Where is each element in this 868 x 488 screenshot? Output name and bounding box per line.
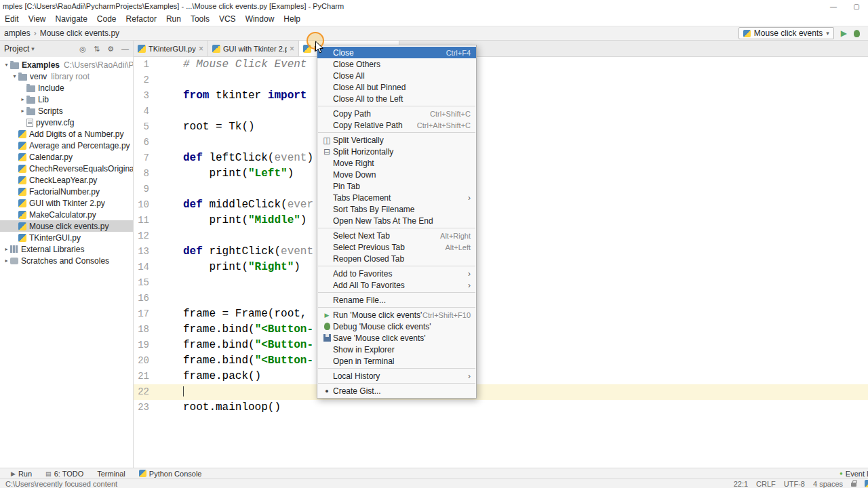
tree-item-checkleapyear-py[interactable]: CheckLeapYear.py — [0, 174, 133, 186]
tree-item-add-digits-of-a-number-py[interactable]: Add Digits of a Number.py — [0, 128, 133, 140]
context-menu-split-horizontally[interactable]: ⊟Split Horizontally — [317, 146, 476, 157]
caret-position-widget[interactable]: 22:1 — [734, 480, 748, 488]
tree-item-include[interactable]: Include — [0, 82, 133, 94]
context-menu-rename-file[interactable]: Rename File... — [317, 294, 476, 306]
code-line-4[interactable]: 4 — [134, 104, 868, 119]
tree-expanded-icon[interactable]: ▾ — [3, 62, 10, 68]
line-separator-widget[interactable]: CRLF — [756, 480, 776, 488]
context-menu-show-in-explorer[interactable]: Show in Explorer — [317, 344, 476, 355]
encoding-widget[interactable]: UTF-8 — [784, 480, 805, 488]
minimize-button[interactable]: — — [822, 3, 845, 10]
context-menu-close[interactable]: CloseCtrl+F4 — [317, 47, 476, 58]
context-menu-create-gist[interactable]: ●Create Gist... — [317, 385, 476, 396]
tree-collapsed-icon[interactable]: ▸ — [3, 258, 10, 264]
tree-item-scratches-and-consoles[interactable]: ▸Scratches and Consoles — [0, 255, 133, 266]
context-menu-pin-tab[interactable]: Pin Tab — [317, 180, 476, 192]
maximize-button[interactable]: ▢ — [845, 3, 868, 10]
context-menu-move-right[interactable]: Move Right — [317, 157, 476, 169]
code-line-6[interactable]: 6 — [134, 135, 868, 150]
locate-icon[interactable]: ◎ — [79, 45, 86, 54]
menu-window[interactable]: Window — [241, 14, 279, 24]
context-menu-sort-tabs-by-filename[interactable]: Sort Tabs By Filename — [317, 203, 476, 215]
menu-navigate[interactable]: Navigate — [50, 14, 92, 24]
line-number[interactable]: 8 — [134, 166, 183, 182]
code-line-2[interactable]: 2 — [134, 73, 868, 88]
tool-window-python-console[interactable]: Python Console — [139, 470, 202, 478]
tree-item-venv[interactable]: ▾venvlibrary root — [0, 70, 133, 82]
tree-item-tkintergui-py[interactable]: TKinterGUI.py — [0, 232, 133, 243]
context-menu-move-down[interactable]: Move Down — [317, 169, 476, 180]
debug-button[interactable] — [854, 30, 860, 37]
settings-icon[interactable]: ⚙ — [107, 45, 114, 54]
context-menu-select-previous-tab[interactable]: Select Previous TabAlt+Left — [317, 241, 476, 253]
breadcrumb-file[interactable]: Mouse click events.py — [40, 28, 119, 38]
code-line-21[interactable]: 21frame.pack() — [134, 369, 868, 384]
line-number[interactable]: 5 — [134, 119, 183, 135]
breadcrumb-project[interactable]: amples — [4, 28, 31, 38]
tree-item-factorialnumber-py[interactable]: FactorialNumber.py — [0, 186, 133, 197]
tree-item-calendar-py[interactable]: Calendar.py — [0, 151, 133, 163]
code-line-18[interactable]: 18frame.bind("<Button- — [134, 322, 868, 338]
tool-window-run[interactable]: ▶Run — [11, 470, 32, 478]
code-line-7[interactable]: 7def leftClick(event) — [134, 150, 868, 166]
line-number[interactable]: 16 — [134, 291, 183, 306]
line-number[interactable]: 15 — [134, 275, 183, 291]
run-button[interactable]: ▶ — [841, 28, 847, 38]
code-line-16[interactable]: 16 — [134, 291, 868, 306]
title-bar[interactable]: mples [C:\Users\RaoAdii\PycharmProjects\… — [0, 0, 868, 12]
menu-help[interactable]: Help — [279, 14, 305, 24]
line-number[interactable]: 21 — [134, 369, 183, 384]
context-menu-open-in-terminal[interactable]: Open in Terminal — [317, 355, 476, 367]
code-line-13[interactable]: 13def rightClick(event — [134, 244, 868, 260]
code-line-15[interactable]: 15 — [134, 275, 868, 291]
tree-item-makecalculator-py[interactable]: MakeCalculator.py — [0, 209, 133, 220]
editor-tab-gui-with-tkinter-2-py[interactable]: GUI with Tkinter 2.py× — [208, 41, 299, 56]
code-line-14[interactable]: 14 print("Right") — [134, 260, 868, 275]
menu-run[interactable]: Run — [161, 14, 186, 24]
line-number[interactable]: 2 — [134, 73, 183, 88]
editor-tab-tkintergui-py[interactable]: TKinterGUI.py× — [134, 41, 208, 56]
menu-vcs[interactable]: VCS — [214, 14, 241, 24]
tree-item-pyvenv-cfg[interactable]: pyvenv.cfg — [0, 117, 133, 128]
tree-expanded-icon[interactable]: ▾ — [11, 73, 18, 79]
line-number[interactable]: 17 — [134, 306, 183, 322]
context-menu-add-to-favorites[interactable]: Add to Favorites› — [317, 268, 476, 279]
line-number[interactable]: 14 — [134, 260, 183, 275]
collapse-all-icon[interactable]: ⇅ — [94, 45, 100, 54]
menu-refactor[interactable]: Refactor — [121, 14, 161, 24]
tree-item-external-libraries[interactable]: ▸External Libraries — [0, 243, 133, 255]
project-tool-title[interactable]: Project — [4, 44, 29, 54]
tree-item-gui-with-tkinter-2-py[interactable]: GUI with Tkinter 2.py — [0, 197, 133, 209]
menu-tools[interactable]: Tools — [186, 14, 214, 24]
hide-icon[interactable]: — — [121, 45, 129, 53]
line-number[interactable]: 20 — [134, 353, 183, 369]
event-log-button[interactable]: ● Event Log — [840, 470, 868, 478]
code-line-17[interactable]: 17frame = Frame(root, — [134, 306, 868, 322]
context-menu-copy-relative-path[interactable]: Copy Relative PathCtrl+Alt+Shift+C — [317, 119, 476, 131]
context-menu-copy-path[interactable]: Copy PathCtrl+Shift+C — [317, 108, 476, 119]
code-line-22[interactable]: 22 — [134, 384, 868, 400]
line-number[interactable]: 10 — [134, 197, 183, 213]
line-number[interactable]: 7 — [134, 150, 183, 166]
context-menu-save-mouse-click-events[interactable]: Save 'Mouse click events' — [317, 332, 476, 344]
tree-item-scripts[interactable]: ▸Scripts — [0, 105, 133, 117]
context-menu-close-others[interactable]: Close Others — [317, 58, 476, 70]
tree-item-mouse-click-events-py[interactable]: Mouse click events.py — [0, 220, 133, 232]
tree-collapsed-icon[interactable]: ▸ — [19, 96, 26, 102]
context-menu-split-vertically[interactable]: ◫Split Vertically — [317, 134, 476, 146]
indent-widget[interactable]: 4 spaces — [813, 480, 843, 488]
tree-item-chechreverseequalsoriginal-py[interactable]: ChechReverseEqualsOriginal.py — [0, 163, 133, 174]
context-menu-run-mouse-click-events[interactable]: ▶Run 'Mouse click events'Ctrl+Shift+F10 — [317, 309, 476, 321]
menu-view[interactable]: View — [24, 14, 51, 24]
context-menu-open-new-tabs-at-the-end[interactable]: Open New Tabs At The End — [317, 215, 476, 226]
close-tab-icon[interactable]: × — [290, 44, 294, 54]
tree-collapsed-icon[interactable]: ▸ — [3, 246, 10, 252]
code-line-12[interactable]: 12 — [134, 228, 868, 244]
code-line-20[interactable]: 20frame.bind("<Button- — [134, 353, 868, 369]
close-tab-icon[interactable]: × — [199, 44, 203, 54]
run-config-selector[interactable]: Mouse click events ▾ — [738, 27, 834, 39]
readonly-lock-icon[interactable] — [851, 483, 856, 487]
context-menu-reopen-closed-tab[interactable]: Reopen Closed Tab — [317, 253, 476, 264]
code-line-5[interactable]: 5root = Tk() — [134, 119, 868, 135]
tree-item-lib[interactable]: ▸Lib — [0, 94, 133, 105]
